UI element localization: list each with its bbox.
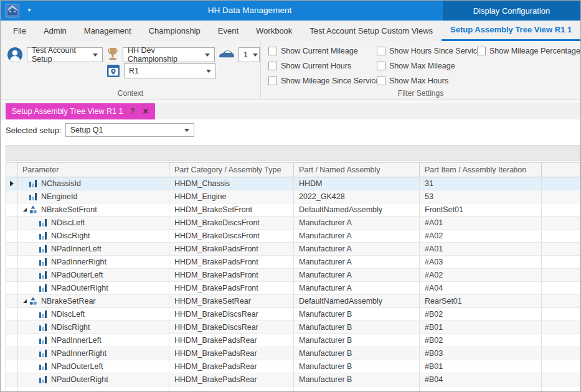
row-selector-cell[interactable] <box>6 190 17 203</box>
checkbox-icon[interactable] <box>477 47 486 55</box>
account-combobox[interactable]: Test Account Setup <box>27 47 103 62</box>
cell-part-item[interactable]: #A02 <box>420 230 542 242</box>
cell-part-category[interactable]: HHDM_BrakeDiscsFront <box>169 230 294 242</box>
checkbox-icon[interactable] <box>268 62 277 70</box>
row-selector-cell[interactable] <box>6 373 17 386</box>
cell-part-category[interactable]: HHDM_BrakeDiscsRear <box>169 321 294 334</box>
cell-part-category[interactable]: HHDM_BrakeSetRear <box>169 295 294 307</box>
tab-file[interactable]: File <box>4 21 35 41</box>
cell-part-category[interactable]: HHDM_Engine <box>169 190 294 203</box>
cell-part-item[interactable]: #B02 <box>420 308 542 320</box>
cell-part-item[interactable]: #A01 <box>420 217 542 229</box>
cell-parameter[interactable]: NDiscRight <box>17 230 169 242</box>
cell-parameter[interactable]: NPadInnerLeft <box>17 334 169 347</box>
close-icon[interactable]: ✕ <box>143 107 149 116</box>
cell-parameter[interactable]: NPadOuterLeft <box>17 269 169 281</box>
cell-parameter[interactable]: NPadOuterRight <box>17 282 169 294</box>
cell-parameter[interactable]: NPadInnerLeft <box>17 243 169 255</box>
column-header-part[interactable]: Part / Named Assembly <box>294 163 420 177</box>
cell-part-category[interactable]: HHDM_BrakePadsRear <box>169 373 294 386</box>
cell-parameter[interactable]: NChassisId <box>17 177 169 190</box>
cell-parameter[interactable]: NBrakeSetFront <box>17 203 169 216</box>
row-selector-cell[interactable] <box>6 269 17 281</box>
cell-part-category[interactable]: HHDM_Chassis <box>169 177 294 190</box>
cell-part[interactable]: 2022_GK428 <box>294 190 420 203</box>
selected-setup-combobox[interactable]: Setup Q1 <box>65 123 194 137</box>
cell-part-item[interactable]: #B02 <box>420 334 542 347</box>
tab-event[interactable]: Event <box>209 21 247 41</box>
table-row[interactable]: NBrakeSetFront HHDM_BrakeSetFront Defaul… <box>6 203 580 217</box>
row-selector-cell[interactable] <box>6 230 17 242</box>
cell-part-item[interactable]: #B03 <box>420 347 542 360</box>
cell-part[interactable]: HHDM <box>294 177 420 190</box>
table-row[interactable]: NDiscLeft HHDM_BrakeDiscsRear Manufactur… <box>6 308 580 321</box>
row-selector-cell[interactable] <box>6 308 17 320</box>
cell-part[interactable]: DefaultNamedAssembly <box>294 295 420 307</box>
expander-icon[interactable] <box>21 299 29 304</box>
checkbox-icon[interactable] <box>268 77 277 85</box>
column-header-parameter[interactable]: Parameter <box>17 163 169 177</box>
cell-parameter[interactable]: NDiscLeft <box>17 308 169 320</box>
row-selector-cell[interactable] <box>6 321 17 334</box>
column-header-part-item[interactable]: Part Item / Assembly Iteration <box>420 163 542 177</box>
checkbox-show-current-mileage[interactable]: Show Current Mileage <box>268 47 379 55</box>
checkbox-icon[interactable] <box>268 47 277 55</box>
cell-part-category[interactable]: HHDM_BrakePadsRear <box>169 360 294 373</box>
checkbox-show-mileage-percentage[interactable]: Show Mileage Percentage <box>477 47 580 55</box>
cell-part-item[interactable]: #A01 <box>420 243 542 255</box>
cell-part-category[interactable]: HHDM_BrakePadsFront <box>169 269 294 281</box>
table-row[interactable]: NPadOuterLeft HHDM_BrakePadsRear Manufac… <box>6 360 580 373</box>
tab-management[interactable]: Management <box>75 21 140 41</box>
cell-part-item[interactable]: FrontSet01 <box>420 203 542 216</box>
cell-part-item[interactable]: #A03 <box>420 256 542 268</box>
expander-icon[interactable] <box>21 207 29 212</box>
tab-championship[interactable]: Championship <box>140 21 209 41</box>
cell-part-item[interactable]: #B01 <box>420 321 542 334</box>
car-number-combobox[interactable]: 1 <box>239 47 260 62</box>
cell-part[interactable]: Manufacturer A <box>294 269 420 281</box>
checkbox-icon[interactable] <box>377 62 385 70</box>
cell-part-category[interactable]: HHDM_BrakeDiscsFront <box>169 217 294 229</box>
cell-part-item[interactable]: #B04 <box>420 373 542 386</box>
column-header-part-category[interactable]: Part Category / Assembly Type <box>169 163 294 177</box>
table-row[interactable]: NPadOuterRight HHDM_BrakePadsRear Manufa… <box>6 373 580 386</box>
row-selector-cell[interactable] <box>6 360 17 373</box>
cell-part-item[interactable]: 53 <box>420 190 542 203</box>
tab-test-account-setup-custom-views[interactable]: Test Account Setup Custom Views <box>301 21 442 41</box>
cell-part[interactable]: Manufacturer B <box>294 334 420 347</box>
cell-part-category[interactable]: HHDM_BrakePadsFront <box>169 243 294 255</box>
help-icon[interactable]: ? <box>130 107 135 116</box>
tab-workbook[interactable]: Workbook <box>247 21 301 41</box>
checkbox-show-mileage-since-service[interactable]: Show Mileage Since Service <box>268 77 379 85</box>
table-row[interactable]: NBrakeSetRear HHDM_BrakeSetRear DefaultN… <box>6 295 580 308</box>
row-selector-cell[interactable] <box>6 334 17 347</box>
table-row[interactable]: NPadInnerRight HHDM_BrakePadsRear Manufa… <box>6 347 580 360</box>
cell-part[interactable]: Manufacturer B <box>294 360 420 373</box>
table-row[interactable]: NPadOuterRight HHDM_BrakePadsFront Manuf… <box>6 282 580 295</box>
cell-part-category[interactable]: HHDM_BrakeDiscsRear <box>169 308 294 320</box>
cell-part-item[interactable]: #B01 <box>420 360 542 373</box>
cell-parameter[interactable]: NPadInnerRight <box>17 347 169 360</box>
cell-part[interactable]: DefaultNamedAssembly <box>294 203 420 216</box>
document-tab-active[interactable]: Setup Assembly Tree View R1 1 ? ✕ <box>6 103 155 119</box>
table-row[interactable]: NPadInnerLeft HHDM_BrakePadsRear Manufac… <box>6 334 580 347</box>
row-selector-cell[interactable] <box>6 203 17 216</box>
checkbox-show-hours-since-service[interactable]: Show Hours Since Service <box>377 47 481 55</box>
cell-part[interactable]: Manufacturer B <box>294 321 420 334</box>
cell-part-category[interactable]: HHDM_BrakePadsRear <box>169 334 294 347</box>
event-combobox[interactable]: R1 <box>124 63 216 78</box>
cell-parameter[interactable]: NDiscLeft <box>17 217 169 229</box>
cell-part-item[interactable]: RearSet01 <box>420 295 542 307</box>
row-selector-cell[interactable] <box>6 177 17 190</box>
cell-part-category[interactable]: HHDM_BrakeSetFront <box>169 203 294 216</box>
cell-parameter[interactable]: NDiscRight <box>17 321 169 334</box>
table-row[interactable]: NPadInnerRight HHDM_BrakePadsFront Manuf… <box>6 256 580 269</box>
cell-part[interactable]: Manufacturer A <box>294 217 420 229</box>
cell-parameter[interactable]: NBrakeSetRear <box>17 295 169 307</box>
cell-part-category[interactable]: HHDM_BrakePadsRear <box>169 347 294 360</box>
tab-admin[interactable]: Admin <box>35 21 75 41</box>
table-row[interactable]: NDiscRight HHDM_BrakeDiscsFront Manufact… <box>6 230 580 243</box>
row-selector-cell[interactable] <box>6 282 17 294</box>
checkbox-icon[interactable] <box>377 77 385 85</box>
cell-parameter[interactable]: NPadOuterRight <box>17 373 169 386</box>
